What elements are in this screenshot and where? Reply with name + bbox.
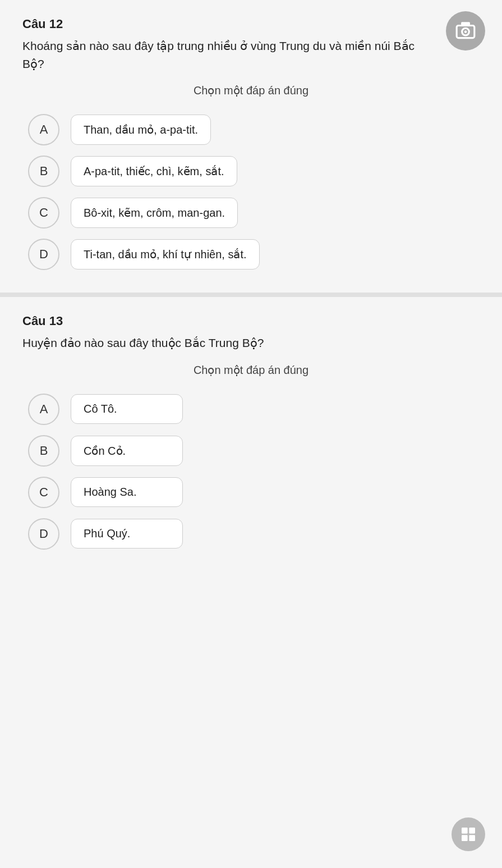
option-13-d-circle: D <box>28 518 59 550</box>
grid-icon[interactable] <box>452 817 485 851</box>
option-12-d-circle: D <box>28 239 59 270</box>
question-12-block: Câu 12 Khoáng sản nào sau đây tập trung … <box>0 0 502 297</box>
option-12-d-box: Ti-tan, dầu mỏ, khí tự nhiên, sắt. <box>71 239 260 269</box>
option-13-d-box: Phú Quý. <box>71 519 183 549</box>
option-13-b-box: Cồn Cỏ. <box>71 436 183 466</box>
option-12-a-circle: A <box>28 114 59 145</box>
option-13-b[interactable]: B Cồn Cỏ. <box>28 435 474 467</box>
svg-rect-5 <box>469 828 475 834</box>
question-13-text: Huyện đảo nào sau đây thuộc Bắc Trung Bộ… <box>22 334 480 352</box>
option-13-c[interactable]: C Hoàng Sa. <box>28 477 474 508</box>
question-12-text: Khoáng sản nào sau đây tập trung nhiều ở… <box>22 37 480 72</box>
option-13-d[interactable]: D Phú Quý. <box>28 518 474 550</box>
option-12-b-circle: B <box>28 156 59 187</box>
question-12-options: A Than, dầu mỏ, a-pa-tit. B A-pa-tit, th… <box>22 114 480 270</box>
option-12-a-box: Than, dầu mỏ, a-pa-tit. <box>71 115 211 145</box>
option-12-b[interactable]: B A-pa-tit, thiếc, chì, kẽm, sắt. <box>28 156 474 187</box>
question-13-instruction: Chọn một đáp án đúng <box>22 363 480 377</box>
option-12-c-circle: C <box>28 197 59 229</box>
svg-rect-4 <box>462 828 468 834</box>
svg-rect-6 <box>462 835 468 841</box>
question-12-instruction: Chọn một đáp án đúng <box>22 84 480 97</box>
option-13-c-box: Hoàng Sa. <box>71 477 183 507</box>
option-13-a-box: Cô Tô. <box>71 394 183 424</box>
question-13-options: A Cô Tô. B Cồn Cỏ. C Hoàng Sa. D Phú Quý… <box>22 394 480 550</box>
option-12-d[interactable]: D Ti-tan, dầu mỏ, khí tự nhiên, sắt. <box>28 239 474 270</box>
option-12-c[interactable]: C Bô-xit, kẽm, crôm, man-gan. <box>28 197 474 229</box>
svg-rect-7 <box>469 835 475 841</box>
svg-rect-1 <box>461 22 470 25</box>
option-12-a[interactable]: A Than, dầu mỏ, a-pa-tit. <box>28 114 474 145</box>
question-13-block: Câu 13 Huyện đảo nào sau đây thuộc Bắc T… <box>0 297 502 868</box>
option-13-b-circle: B <box>28 435 59 467</box>
page: Câu 12 Khoáng sản nào sau đây tập trung … <box>0 0 502 868</box>
option-13-a-circle: A <box>28 394 59 425</box>
svg-point-3 <box>464 30 467 33</box>
option-12-c-box: Bô-xit, kẽm, crôm, man-gan. <box>71 198 238 228</box>
question-13-label: Câu 13 <box>22 314 480 328</box>
option-13-c-circle: C <box>28 477 59 508</box>
option-12-b-box: A-pa-tit, thiếc, chì, kẽm, sắt. <box>71 156 237 186</box>
camera-icon[interactable] <box>446 11 485 51</box>
question-12-label: Câu 12 <box>22 17 480 31</box>
option-13-a[interactable]: A Cô Tô. <box>28 394 474 425</box>
